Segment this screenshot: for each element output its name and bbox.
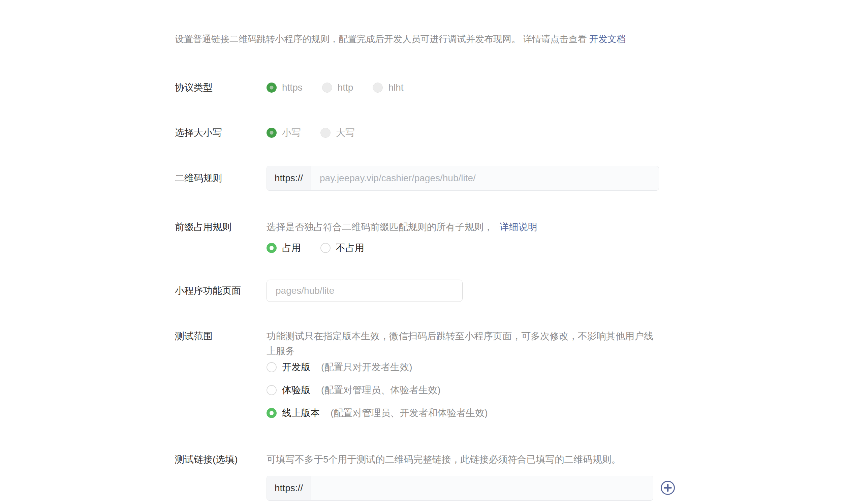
radio-option[interactable]: 不占用 [320,240,364,255]
radio-unselected-icon [267,385,276,395]
intro-description: 设置普通链接二维码跳转小程序的规则，配置完成后开发人员可进行调试并发布现网。 详… [175,34,587,44]
radio-option-label: 体验版 [282,384,310,397]
function-page-label: 小程序功能页面 [175,283,267,298]
radio-option: 小写 [267,125,301,140]
qrcode-rule-row: 二维码规则 https:// [175,166,843,191]
test-link-input[interactable] [311,476,653,500]
radio-option-label: 线上版本 [282,407,320,419]
test-scope-description: 功能测试只在指定版本生效，微信扫码后跳转至小程序页面，可多次修改，不影响其他用户… [267,329,659,358]
https-prefix-addon: https:// [267,166,311,190]
add-test-link-button[interactable] [660,481,676,496]
radio-option[interactable]: 占用 [267,240,301,255]
qrcode-rule-input-group: https:// [267,166,659,191]
test-scope-label: 测试范围 [175,329,267,344]
radio-option-label: 大写 [336,126,355,139]
radio-option-label: http [338,82,354,93]
radio-option[interactable]: 线上版本(配置对管理员、开发者和体验者生效) [267,406,843,420]
intro-text: 设置普通链接二维码跳转小程序的规则，配置完成后开发人员可进行调试并发布现网。 详… [175,32,843,46]
radio-option-label: hlht [388,82,403,93]
prefix-rule-row: 前缀占用规则 选择是否独占符合二维码前缀匹配规则的所有子规则， 详细说明 占用不… [175,220,843,255]
protocol-radio-group: httpshttphlht [267,80,843,95]
plus-circle-icon [660,480,676,497]
prefix-rule-radio-group: 占用不占用 [267,240,843,255]
prefix-rule-description-text: 选择是否独占符合二维码前缀匹配规则的所有子规则， [267,222,493,232]
qrcode-rule-input[interactable] [311,166,659,190]
radio-option: https [267,80,303,95]
radio-option-label: https [282,82,303,93]
radio-option-label: 开发版 [282,361,310,374]
radio-option-note: (配置只对开发者生效) [321,361,412,374]
radio-option: 大写 [320,125,355,140]
test-scope-row: 测试范围 功能测试只在指定版本生效，微信扫码后跳转至小程序页面，可多次修改，不影… [175,329,843,420]
function-page-input[interactable] [267,280,463,302]
radio-selected-icon [267,408,276,418]
radio-option: hlht [373,80,403,95]
test-links-row: 测试链接(选填) 可填写不多于5个用于测试的二维码完整链接，此链接必须符合已填写… [175,452,843,501]
radio-option: http [322,80,354,95]
qrcode-rule-label: 二维码规则 [175,171,267,186]
radio-option-label: 不占用 [336,241,364,254]
letter-case-label: 选择大小写 [175,125,267,140]
radio-unselected-icon [267,362,276,372]
dev-docs-link[interactable]: 开发文档 [589,34,626,44]
prefix-rule-label: 前缀占用规则 [175,220,267,234]
radio-option-note: (配置对管理员、体验者生效) [321,384,441,397]
radio-selected-icon [267,243,276,253]
radio-selected-icon [267,128,276,138]
radio-unselected-icon [320,243,330,253]
test-link-input-group: https:// [267,476,653,501]
test-links-description: 可填写不多于5个用于测试的二维码完整链接，此链接必须符合已填写的二维码规则。 [267,452,843,467]
test-links-label: 测试链接(选填) [175,452,267,467]
https-prefix-addon: https:// [267,476,311,500]
radio-option-label: 占用 [282,241,301,254]
protocol-row: 协议类型 httpshttphlht [175,80,843,95]
prefix-rule-detail-link[interactable]: 详细说明 [500,222,537,232]
function-page-row: 小程序功能页面 [175,280,843,302]
qrcode-rule-form: 设置普通链接二维码跳转小程序的规则，配置完成后开发人员可进行调试并发布现网。 详… [0,0,843,501]
test-scope-radio-group: 开发版(配置只对开发者生效)体验版(配置对管理员、体验者生效)线上版本(配置对管… [267,360,843,420]
letter-case-radio-group: 小写大写 [267,125,843,140]
radio-option-label: 小写 [282,126,301,139]
radio-option[interactable]: 开发版(配置只对开发者生效) [267,360,843,375]
radio-option[interactable]: 体验版(配置对管理员、体验者生效) [267,383,843,398]
radio-unselected-icon [320,128,330,138]
radio-option-note: (配置对管理员、开发者和体验者生效) [330,407,488,419]
radio-selected-icon [267,83,276,93]
protocol-label: 协议类型 [175,80,267,95]
radio-unselected-icon [373,83,383,93]
prefix-rule-description: 选择是否独占符合二维码前缀匹配规则的所有子规则， 详细说明 [267,220,843,234]
letter-case-row: 选择大小写 小写大写 [175,125,843,140]
radio-unselected-icon [322,83,332,93]
